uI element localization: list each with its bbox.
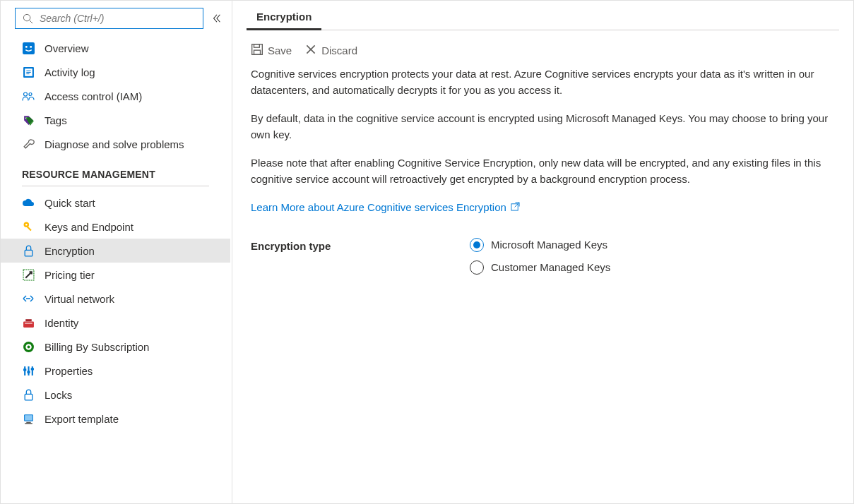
sidebar-item-label: Encryption: [45, 245, 95, 257]
sidebar-item-label: Identity: [45, 317, 78, 329]
section-header-resource-management: RESOURCE MANAGEMENT: [1, 156, 230, 183]
key-icon: [22, 220, 35, 233]
svg-rect-37: [25, 423, 32, 424]
svg-rect-33: [25, 394, 32, 400]
radio-customer-managed[interactable]: Customer Managed Keys: [470, 260, 610, 276]
content-body: Cognitive services encryption protects y…: [247, 66, 839, 276]
svg-rect-2: [23, 42, 35, 54]
svg-rect-30: [23, 368, 26, 371]
svg-rect-31: [27, 371, 30, 373]
svg-rect-21: [23, 321, 34, 328]
sidebar-item-overview[interactable]: Overview: [1, 36, 230, 60]
sidebar-item-keys-endpoint[interactable]: Keys and Endpoint: [1, 215, 230, 239]
svg-point-14: [25, 224, 28, 226]
save-label: Save: [268, 44, 292, 56]
tag-icon: [22, 114, 35, 126]
svg-point-0: [23, 14, 30, 20]
sidebar-item-label: Activity log: [45, 66, 95, 78]
svg-rect-15: [26, 226, 31, 231]
description-paragraph-3: Please note that after enabling Cognitiv…: [251, 155, 835, 187]
tab-encryption[interactable]: Encryption: [247, 4, 321, 30]
sidebar-item-virtual-network[interactable]: Virtual network: [1, 287, 230, 311]
svg-point-4: [30, 45, 32, 47]
sidebar-item-encryption[interactable]: Encryption: [1, 239, 230, 263]
svg-point-11: [29, 92, 32, 95]
learn-more-link[interactable]: Learn More about Azure Cognitive service…: [251, 200, 520, 216]
sidebar-item-properties[interactable]: Properties: [1, 359, 230, 383]
radio-label: Customer Managed Keys: [491, 260, 610, 276]
sidebar-item-pricing-tier[interactable]: Pricing tier: [1, 263, 230, 287]
sidebar-item-label: Access control (IAM): [45, 90, 142, 102]
svg-rect-35: [25, 415, 32, 420]
sidebar-item-label: Pricing tier: [45, 269, 95, 281]
sidebar-item-label: Billing By Subscription: [45, 341, 149, 353]
sidebar-item-label: Virtual network: [45, 293, 114, 305]
svg-rect-22: [25, 319, 32, 321]
sidebar-scroll[interactable]: Overview Activity log Access control (IA…: [1, 36, 232, 503]
pricing-icon: [22, 268, 35, 281]
search-box[interactable]: [15, 8, 203, 29]
svg-rect-29: [31, 366, 32, 376]
search-input[interactable]: [40, 13, 197, 24]
encryption-type-radio-group: Microsoft Managed Keys Customer Managed …: [470, 237, 610, 276]
sidebar-item-label: Diagnose and solve problems: [45, 138, 184, 150]
sidebar-item-access-control[interactable]: Access control (IAM): [1, 84, 230, 108]
identity-icon: [22, 316, 35, 329]
radio-label: Microsoft Managed Keys: [491, 237, 607, 253]
search-icon: [21, 12, 34, 25]
svg-point-19: [28, 298, 29, 299]
external-link-icon: [511, 200, 520, 216]
svg-rect-36: [26, 421, 30, 423]
lock-icon: [22, 244, 35, 257]
discard-button[interactable]: Discard: [304, 43, 357, 58]
discard-label: Discard: [321, 44, 357, 56]
svg-point-18: [26, 298, 28, 299]
wrench-icon: [22, 138, 35, 150]
sidebar-item-locks[interactable]: Locks: [1, 383, 230, 407]
sidebar-item-quick-start[interactable]: Quick start: [1, 191, 230, 215]
locks-icon: [22, 388, 35, 401]
sidebar-item-billing[interactable]: Billing By Subscription: [1, 335, 230, 359]
sidebar-item-tags[interactable]: Tags: [1, 108, 230, 132]
network-icon: [22, 292, 35, 305]
description-paragraph-2: By default, data in the cognitive servic…: [251, 111, 835, 143]
save-button[interactable]: Save: [251, 43, 292, 58]
sidebar-item-label: Overview: [45, 42, 89, 54]
svg-point-20: [29, 298, 30, 299]
save-icon: [251, 43, 263, 58]
sidebar-item-label: Quick start: [45, 197, 95, 209]
billing-icon: [22, 340, 35, 353]
sidebar-item-identity[interactable]: Identity: [1, 311, 230, 335]
svg-point-3: [25, 45, 27, 47]
sidebar: Overview Activity log Access control (IA…: [1, 1, 232, 503]
sidebar-item-label: Properties: [45, 365, 93, 377]
export-icon: [22, 412, 35, 425]
svg-rect-23: [25, 323, 32, 323]
svg-rect-39: [254, 44, 260, 48]
encryption-type-row: Encryption type Microsoft Managed Keys C…: [251, 237, 835, 276]
collapse-sidebar-button[interactable]: [209, 11, 225, 26]
svg-point-26: [27, 345, 30, 348]
description-paragraph-1: Cognitive services encryption protects y…: [251, 66, 835, 98]
svg-line-44: [514, 203, 519, 208]
tab-bar: Encryption: [247, 1, 839, 30]
radio-indicator-checked: [470, 238, 484, 252]
sidebar-item-label: Locks: [45, 389, 72, 401]
main-content: Encryption Save Discard Cognitive servic…: [232, 1, 853, 503]
properties-icon: [22, 364, 35, 377]
people-icon: [22, 90, 35, 102]
svg-rect-32: [30, 368, 33, 370]
svg-rect-40: [254, 50, 261, 54]
divider: [22, 186, 209, 186]
sidebar-item-activity-log[interactable]: Activity log: [1, 60, 230, 84]
search-row: [1, 1, 232, 36]
radio-indicator-unchecked: [470, 260, 484, 275]
radio-microsoft-managed[interactable]: Microsoft Managed Keys: [470, 237, 610, 253]
discard-icon: [304, 43, 317, 58]
sidebar-item-diagnose[interactable]: Diagnose and solve problems: [1, 132, 230, 156]
svg-point-10: [24, 92, 28, 96]
learn-more-label: Learn More about Azure Cognitive service…: [251, 200, 506, 216]
sidebar-item-export-template[interactable]: Export template: [1, 407, 230, 431]
sidebar-item-label: Export template: [45, 413, 119, 425]
svg-rect-16: [25, 250, 32, 256]
